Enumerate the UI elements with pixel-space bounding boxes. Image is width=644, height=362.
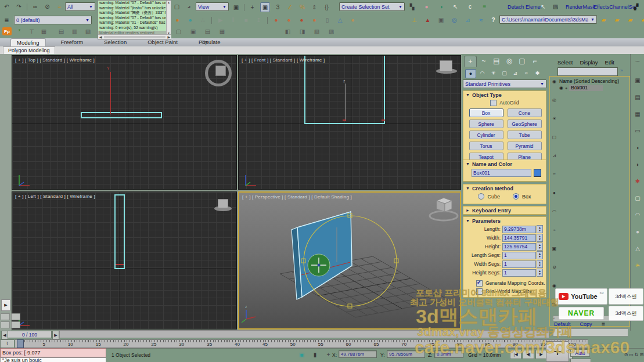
parameter-field[interactable]: 1 — [502, 269, 536, 277]
layout-tab-2[interactable] — [11, 313, 20, 320]
ribbon-tab[interactable]: Freeform — [55, 38, 89, 46]
viewport-left[interactable]: [ + ] [ Left ] [ Standard ] [ Wireframe … — [12, 191, 237, 330]
expand-toolbar-button[interactable]: ▶ — [1, 299, 10, 311]
project-folder-icon[interactable]: ▰ — [599, 16, 608, 24]
utility-icon-1[interactable]: ◧ — [283, 27, 292, 36]
open-folder-icon[interactable]: ▰ — [613, 16, 621, 24]
explorer-containers-icon[interactable]: ▣ — [551, 245, 558, 252]
explorer-column-header[interactable]: Name (Sorted Descending) — [559, 78, 619, 84]
folder-link-icon[interactable]: ▰ — [626, 16, 635, 24]
selection-filter-dropdown[interactable]: All▼ — [65, 2, 95, 11]
explorer-menu[interactable]: Display — [580, 59, 598, 66]
warning-row[interactable]: warning: Material "07 - Default" has un — [98, 16, 167, 21]
bell-icon[interactable]: △ — [633, 244, 642, 253]
explorer-bones-icon[interactable]: ⌁ — [551, 226, 558, 234]
object-button[interactable]: Torus — [469, 142, 503, 150]
container-icon-3[interactable]: ▤ — [203, 27, 212, 36]
warning-row[interactable]: warning: Material "陶瓷（瓷面）333" h — [98, 10, 167, 16]
explorer-search-input[interactable] — [557, 67, 618, 76]
select-and-move-icon[interactable]: + — [248, 3, 257, 12]
explorer-hierarchy-icon[interactable]: ◎ — [551, 96, 558, 104]
motion-tab[interactable]: ◎ — [503, 56, 515, 66]
flower-icon[interactable]: ✱ — [633, 176, 642, 186]
naver-channel-card[interactable]: 3d맥스맨 — [609, 306, 643, 321]
sphere-light-icon[interactable]: ● — [633, 227, 642, 236]
select-and-link-icon[interactable]: ∞ — [31, 2, 39, 11]
viewcube-face[interactable] — [215, 66, 226, 76]
hammer-icon[interactable]: ⊤ — [27, 27, 36, 36]
select-and-scale-icon[interactable]: ▣ — [260, 2, 270, 12]
utilities-tab[interactable]: ⌐ — [529, 56, 541, 66]
fp-icon[interactable]: Fp — [2, 27, 12, 35]
explorer-menu[interactable]: Edit — [605, 59, 614, 66]
lights-icon[interactable]: ☀ — [488, 69, 498, 77]
explorer-lights-icon[interactable]: ☀ — [551, 115, 558, 122]
paint-icon[interactable]: ● — [173, 16, 182, 24]
render-checker-icon[interactable]: ▞ — [632, 2, 641, 11]
viewport-perspective-label[interactable]: [ + ] [ Perspective ] [ Standard ] [ Def… — [242, 194, 352, 200]
viewport-front[interactable]: [ + ] [ Front ] [ Standard ] [ Wireframe… — [238, 55, 461, 190]
primitive-category-dropdown[interactable]: Standard Primitives▼ — [463, 79, 546, 88]
play-icon[interactable]: ▶ — [216, 16, 225, 24]
object-button[interactable]: Tube — [508, 131, 542, 139]
frame-icon[interactable]: ▣ — [437, 16, 445, 24]
coordinate-mode-icon[interactable]: + — [324, 350, 333, 359]
mirror-icon[interactable]: ▚ — [408, 2, 416, 11]
parameter-field[interactable]: 1 — [502, 252, 536, 259]
detach-element-link[interactable]: Detach Elemer — [508, 4, 542, 10]
explorer-geometry-icon[interactable]: ● — [551, 189, 558, 197]
select-object-icon[interactable]: ▢ — [172, 2, 181, 11]
container-icon-4[interactable]: ▦ — [218, 27, 226, 36]
spinner-snap-icon[interactable]: ⇕ — [310, 3, 319, 12]
create-selection-set-dropdown[interactable]: Create Selection Set▼ — [339, 2, 405, 11]
explorer-warps-icon[interactable]: ≈ — [551, 171, 558, 178]
spinner-buttons[interactable]: ▲▼ — [537, 242, 543, 251]
warning-row[interactable]: warning: Material "07 - Default" has un — [98, 1, 167, 6]
folder-settings-icon[interactable]: ▰ — [639, 16, 644, 24]
viewport-layout-tabs[interactable] — [1, 313, 21, 328]
box-left-view[interactable] — [114, 194, 125, 269]
parameter-field[interactable]: 1 — [502, 260, 536, 268]
render-mask-link[interactable]: RenderMask — [566, 4, 595, 10]
ribbon-icon-1[interactable]: ▤ — [57, 27, 66, 36]
time-slider-handle[interactable] — [17, 339, 24, 348]
prev-frame-button[interactable]: ◀| — [523, 350, 534, 359]
creation-method-header[interactable]: ▼Creation Method — [463, 184, 546, 192]
arrow-cursor-icon[interactable]: ↖ — [539, 2, 548, 11]
layer-manager-icon[interactable]: ≣ — [2, 16, 11, 24]
sim-smoke-icon[interactable]: ● — [297, 16, 306, 24]
systems-icon[interactable]: ✱ — [533, 69, 542, 77]
foliage-icon[interactable]: * — [15, 27, 24, 36]
explorer-row-label[interactable]: Box001 — [569, 85, 603, 91]
shapes-icon[interactable]: ◠ — [477, 69, 487, 77]
sim-fire-icon[interactable]: ● — [272, 16, 280, 24]
bind-to-space-warp-icon[interactable]: ≈ — [55, 2, 64, 11]
reference-coordinate-dropdown[interactable]: View▼ — [196, 2, 229, 11]
layout-tab-1[interactable] — [1, 313, 10, 320]
name-color-header[interactable]: ▼Name and Color — [463, 160, 546, 168]
undo-icon[interactable]: ↶ — [2, 2, 11, 11]
spinner-buttons[interactable]: ▲▼ — [537, 234, 543, 242]
set-key-button[interactable]: + — [546, 341, 569, 362]
particles-icon[interactable]: ∴ — [199, 16, 207, 24]
doc-pair-icon[interactable]: ▯ — [323, 16, 332, 24]
sim-cloth-icon[interactable]: ● — [310, 16, 319, 24]
object-type-header[interactable]: ▼Object Type — [463, 91, 546, 99]
project-path-dropdown[interactable]: C:\Users\maxman\Documents\3dsMax▼ — [499, 15, 597, 24]
light-lister-icon[interactable]: ⊥ — [410, 16, 419, 24]
object-name-field[interactable]: Box001 — [472, 169, 531, 177]
zoom-icon[interactable]: ⊙ — [624, 350, 628, 359]
modify-tab[interactable]: ~ — [478, 56, 490, 66]
material-editor-icon[interactable]: ● — [422, 2, 431, 11]
selection-lock-icon[interactable]: ▮ — [311, 350, 319, 359]
viewport-perspective[interactable]: [ + ] [ Perspective ] [ Standard ] [ Def… — [238, 191, 461, 330]
separator[interactable] — [27, 3, 27, 10]
unlink-selection-icon[interactable]: ⊘ — [43, 2, 52, 11]
youtube-channel-card[interactable]: 3d맥스맨 — [609, 288, 643, 305]
geometry-icon[interactable]: ● — [465, 69, 476, 78]
play-button[interactable]: ▶ — [535, 350, 547, 359]
effects-channel-set-link[interactable]: EffectsChannelSet — [593, 4, 636, 10]
iterative-render-icon[interactable]: c — [466, 2, 474, 11]
massfx-icon[interactable]: △ — [336, 16, 344, 24]
spinner-buttons[interactable]: ▲▼ — [537, 260, 543, 268]
